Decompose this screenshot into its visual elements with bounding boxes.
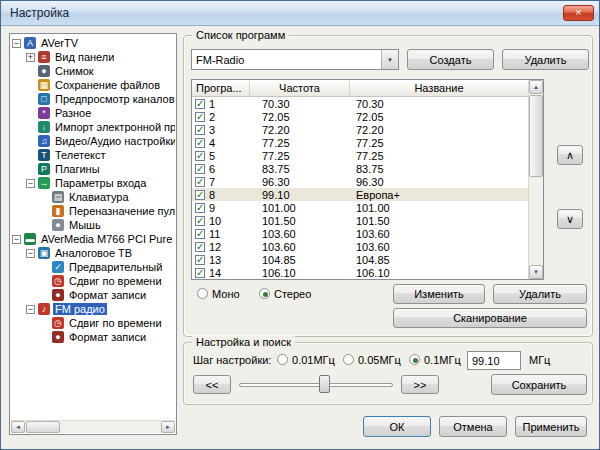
collapse-icon[interactable]: − [12,39,21,48]
tree-item-analog-tv[interactable]: −▣Аналоговое ТВ [11,246,175,260]
program-cell-number: 13 [192,254,250,266]
program-row[interactable]: 9101.00101.00 [192,201,528,214]
program-row[interactable]: 14106.10106.10 [192,266,528,279]
edit-button[interactable]: Изменить [393,284,485,304]
tree-item-tv-preview[interactable]: ✓Предварительный [11,260,175,274]
tree-item-file-saving[interactable]: ▦Сохранение файлов [11,78,175,92]
tree-item-avertv[interactable]: −AAVerTV [11,36,175,50]
scroll-right-button[interactable]: ► [161,421,175,433]
program-row[interactable]: 12103.60103.60 [192,240,528,253]
tree-item-misc[interactable]: *Разное [11,106,175,120]
tree-item-tv-recformat[interactable]: ●Формат записи [11,288,175,302]
program-row[interactable]: 11103.60103.60 [192,227,528,240]
tree-item-epg-import[interactable]: ↓Импорт электронной прог... [11,120,175,134]
tree-item-fm-timeshift[interactable]: ◷Сдвиг по времени [11,316,175,330]
avertv-logo-icon: A [24,37,36,49]
tree-item-device[interactable]: −▬AVerMedia M766 PCI Pure A... [11,232,175,246]
combo-arrow-button[interactable]: ▼ [381,50,398,69]
program-checkbox[interactable] [195,164,205,174]
seek-back-button[interactable]: << [193,375,231,394]
program-row[interactable]: 796.3096.30 [192,175,528,188]
scroll-down-button[interactable]: ▼ [529,265,543,279]
mono-radio[interactable]: Моно [197,287,240,300]
col-frequency-header[interactable]: Частота [250,80,350,96]
window-title: Настройка [1,6,69,20]
collapse-icon[interactable]: − [12,235,21,244]
program-checkbox[interactable] [195,216,205,226]
program-row[interactable]: 899.10Европа+ [192,188,528,201]
collapse-icon[interactable]: − [26,249,35,258]
step-radio-01[interactable]: 0.1МГц [409,353,461,366]
tree-item-tv-timeshift[interactable]: ◷Сдвиг по времени [11,274,175,288]
program-row[interactable]: 683.7583.75 [192,162,528,175]
fm-radio-icon: ♪ [38,303,50,315]
program-row[interactable]: 10101.50101.50 [192,214,528,227]
tree-item-panel-view[interactable]: +≡Вид панели [11,50,175,64]
program-row[interactable]: 272.0572.05 [192,110,528,123]
tree-item-snapshot[interactable]: ●Снимок [11,64,175,78]
tree-hscrollbar[interactable]: ◄ ► [11,420,175,433]
close-button[interactable]: × [563,5,594,21]
tree-item-teletext[interactable]: TТелетекст [11,148,175,162]
tree-item-label: Видео/Аудио настройки [53,135,175,147]
step-radio-005[interactable]: 0.05МГц [343,353,401,366]
program-checkbox[interactable] [195,125,205,135]
program-checkbox[interactable] [195,242,205,252]
program-row[interactable]: 13104.85104.85 [192,253,528,266]
program-name: Европа+ [350,189,528,201]
apply-button[interactable]: Применить [515,416,587,437]
program-checkbox[interactable] [195,99,205,109]
move-up-button[interactable]: ∧ [557,145,583,165]
program-checkbox[interactable] [195,190,205,200]
scroll-up-button[interactable]: ▲ [529,80,543,94]
tree-item-keyboard[interactable]: ▤Клавиатура [11,190,175,204]
collapse-icon[interactable]: − [26,179,35,188]
move-down-button[interactable]: ∨ [557,209,583,229]
program-checkbox[interactable] [195,203,205,213]
expand-icon[interactable]: + [26,53,35,62]
frequency-slider-thumb[interactable] [319,375,330,393]
program-checkbox[interactable] [195,138,205,148]
tree-item-remote[interactable]: ▮Переназначение пульт... [11,204,175,218]
titlebar[interactable]: Настройка × [1,1,599,26]
tree-item-plugins[interactable]: PПлагины [11,162,175,176]
scan-button[interactable]: Сканирование [393,308,587,328]
collapse-icon[interactable]: − [26,305,35,314]
frequency-slider-track[interactable] [239,383,393,387]
delete-preset-button[interactable]: Удалить [502,49,589,70]
program-checkbox[interactable] [195,151,205,161]
program-checkbox[interactable] [195,268,205,278]
step-radio-001[interactable]: 0.01МГц [277,353,335,366]
program-checkbox[interactable] [195,177,205,187]
ok-button[interactable]: ОК [363,416,431,437]
tree-item-av-settings[interactable]: ♫Видео/Аудио настройки [11,134,175,148]
program-row[interactable]: 170.3070.30 [192,97,528,110]
program-checkbox[interactable] [195,229,205,239]
cancel-button[interactable]: Отмена [439,416,507,437]
tree-item-fm-radio[interactable]: −♪FM радио [11,302,175,316]
program-checkbox[interactable] [195,255,205,265]
program-row[interactable]: 372.2072.20 [192,123,528,136]
program-cell-number: 8 [192,189,250,201]
program-row[interactable]: 477.2577.25 [192,136,528,149]
tree-item-input-params[interactable]: −→Параметры входа [11,176,175,190]
table-vscrollbar[interactable]: ▲ ▼ [528,80,543,279]
preset-combo[interactable]: FM-Radio ▼ [191,49,399,70]
tree-item-mouse[interactable]: ●Мышь [11,218,175,232]
tree-item-channel-preview[interactable]: □Предпросмотр каналов [11,92,175,106]
delete-program-button[interactable]: Удалить [493,284,587,304]
hscroll-thumb[interactable] [26,421,60,433]
vscroll-thumb[interactable] [529,95,543,177]
col-name-header[interactable]: Название [350,80,528,96]
tree-item-fm-recformat[interactable]: ●Формат записи [11,330,175,344]
panel-view-icon: ≡ [38,51,50,63]
program-row[interactable]: 577.2577.25 [192,149,528,162]
save-button[interactable]: Сохранить [491,374,587,395]
col-program-header[interactable]: Програ... [192,80,250,96]
stereo-radio[interactable]: Стерео [259,287,311,300]
create-button[interactable]: Создать [407,49,494,70]
seek-forward-button[interactable]: >> [401,375,439,394]
scroll-left-button[interactable]: ◄ [11,421,25,433]
frequency-input[interactable] [467,351,521,370]
program-checkbox[interactable] [195,112,205,122]
